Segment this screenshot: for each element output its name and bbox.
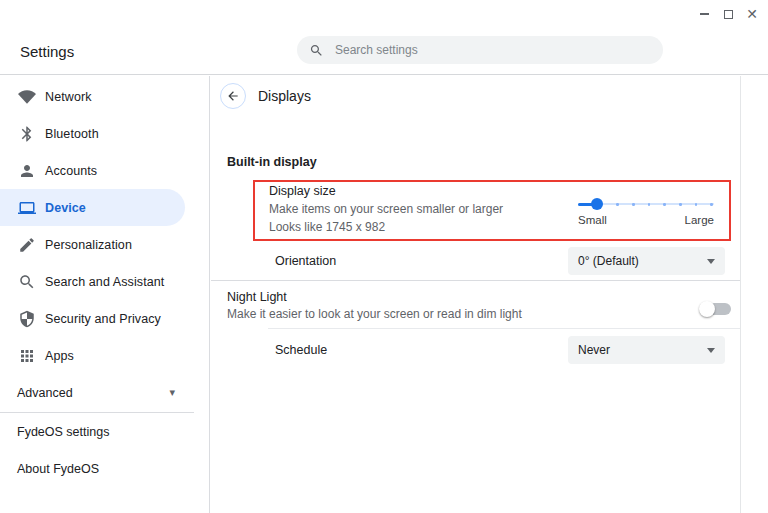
- sidebar-item-label: Network: [45, 90, 92, 104]
- sidebar-item-label: Accounts: [45, 164, 97, 178]
- chevron-down-icon: ▾: [169, 386, 175, 399]
- display-size-slider[interactable]: [578, 196, 714, 212]
- search-input[interactable]: Search settings: [297, 36, 663, 64]
- sidebar-item-label: Bluetooth: [45, 127, 99, 141]
- shield-icon: [18, 310, 36, 328]
- orientation-label: Orientation: [275, 254, 336, 268]
- slider-tick: [679, 203, 682, 206]
- chevron-down-icon: [707, 348, 715, 353]
- sidebar-item-security-and-privacy[interactable]: Security and Privacy: [0, 300, 185, 337]
- page-title: Displays: [258, 88, 311, 104]
- advanced-label: Advanced: [17, 386, 73, 400]
- sidebar-item-search-and-assistant[interactable]: Search and Assistant: [0, 263, 185, 300]
- minimize-button[interactable]: [692, 4, 716, 24]
- schedule-label: Schedule: [275, 343, 327, 357]
- back-button[interactable]: [220, 83, 246, 109]
- search-placeholder: Search settings: [335, 43, 418, 57]
- sidebar-item-about-fydeos[interactable]: About FydeOS: [0, 450, 209, 487]
- night-light-subtitle: Make it easier to look at your screen or…: [227, 307, 522, 321]
- night-light-title: Night Light: [227, 290, 287, 304]
- main-content: Displays Built-in display Display size M…: [211, 76, 768, 513]
- maximize-button[interactable]: [716, 4, 740, 24]
- sidebar-item-bluetooth[interactable]: Bluetooth: [0, 115, 185, 152]
- slider-tick: [663, 203, 666, 206]
- slider-tick: [695, 203, 698, 206]
- sidebar-item-label: Personalization: [45, 238, 132, 252]
- orientation-value: 0° (Default): [578, 254, 639, 268]
- search-icon: [309, 43, 324, 58]
- sidebar-item-network[interactable]: Network: [0, 78, 185, 115]
- slider-max-label: Large: [685, 214, 714, 226]
- bluetooth-icon: [18, 125, 36, 143]
- display-size-detail: Looks like 1745 x 982: [269, 220, 503, 234]
- laptop-icon: [18, 199, 36, 217]
- sidebar-advanced-toggle[interactable]: Advanced ▾: [0, 374, 209, 411]
- close-button[interactable]: ✕: [740, 4, 764, 24]
- app-title: Settings: [20, 43, 74, 60]
- row-divider: [268, 328, 740, 329]
- schedule-value: Never: [578, 343, 610, 357]
- slider-tick: [616, 203, 619, 206]
- sidebar-item-device[interactable]: Device: [0, 189, 185, 226]
- sidebar-item-apps[interactable]: Apps: [0, 337, 185, 374]
- magnifier-icon: [18, 273, 36, 291]
- header: Settings Search settings ✕: [0, 0, 768, 75]
- slider-labels: Small Large: [578, 214, 714, 226]
- close-icon: ✕: [746, 7, 758, 21]
- sidebar-item-label: Security and Privacy: [45, 312, 161, 326]
- slider-tick: [632, 203, 635, 206]
- sidebar-item-label: Device: [45, 201, 86, 215]
- apps-grid-icon: [18, 347, 36, 365]
- maximize-icon: [724, 10, 733, 19]
- slider-tick: [710, 203, 713, 206]
- minimize-icon: [700, 13, 709, 15]
- sidebar-item-fydeos-settings[interactable]: FydeOS settings: [0, 413, 209, 450]
- display-size-title: Display size: [269, 184, 503, 198]
- slider-min-label: Small: [578, 214, 607, 226]
- orientation-dropdown[interactable]: 0° (Default): [568, 247, 725, 275]
- section-title: Built-in display: [227, 155, 317, 169]
- chevron-down-icon: [707, 259, 715, 264]
- back-arrow-icon: [226, 89, 240, 103]
- sidebar-item-personalization[interactable]: Personalization: [0, 226, 185, 263]
- pen-icon: [18, 236, 36, 254]
- slider-tick: [648, 203, 651, 206]
- slider-thumb[interactable]: [591, 198, 603, 210]
- content-card-edge: [740, 76, 741, 513]
- toggle-knob: [699, 301, 715, 317]
- person-icon: [18, 162, 36, 180]
- sidebar-item-label: Search and Assistant: [45, 275, 164, 289]
- window-controls: ✕: [692, 4, 764, 24]
- display-size-subtitle: Make items on your screen smaller or lar…: [269, 202, 503, 216]
- sidebar-item-accounts[interactable]: Accounts: [0, 152, 185, 189]
- display-size-row: Display size Make items on your screen s…: [269, 184, 503, 234]
- page-header: Displays: [220, 83, 311, 109]
- section-divider: [211, 280, 740, 281]
- sidebar: Network Bluetooth Accounts Device Person…: [0, 76, 210, 513]
- schedule-dropdown[interactable]: Never: [568, 336, 725, 364]
- sidebar-item-label: Apps: [45, 349, 74, 363]
- night-light-toggle[interactable]: [699, 301, 733, 317]
- wifi-icon: [18, 88, 36, 106]
